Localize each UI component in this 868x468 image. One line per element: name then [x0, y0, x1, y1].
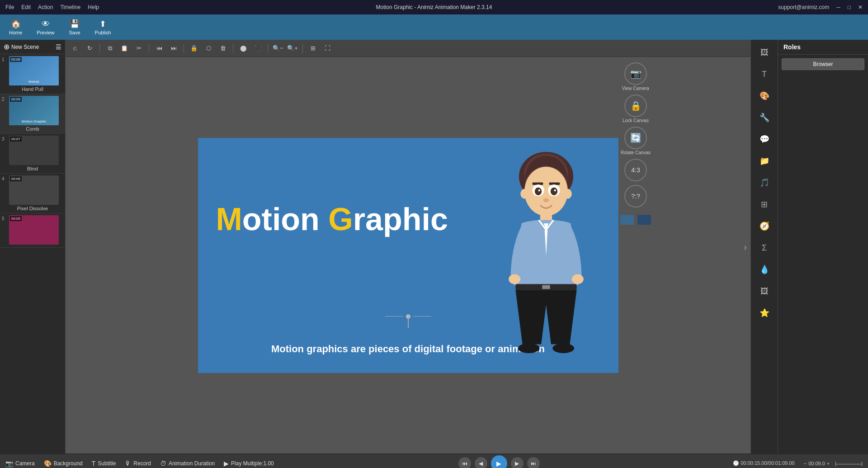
preview-small-btn[interactable]: [620, 215, 634, 225]
scene-label-4: Pixel Dissolve: [2, 206, 63, 211]
svg-point-13: [564, 189, 571, 199]
minimize-btn[interactable]: ─: [836, 4, 840, 10]
svg-point-16: [571, 274, 583, 284]
right-panel: 🖼 T 🎨 🔧 💬 📁 🎵 ⊞ 🧭 Σ 💧 🖼 ⭐: [750, 40, 778, 454]
frame-forward-btn[interactable]: ▶: [511, 457, 524, 468]
main-canvas[interactable]: Motion Graphic Motion graphics are piece…: [198, 138, 618, 373]
zoom-plus-btn[interactable]: +: [827, 461, 830, 466]
title-bar: File Edit Action Timeline Help Motion Gr…: [0, 0, 868, 14]
right-panel-image-btn[interactable]: 🖼: [755, 43, 774, 61]
scene-thumbnail-1: 00:06 Animiz: [9, 56, 59, 85]
animation-duration-tab-btn[interactable]: ⏱ Animation Duration: [160, 460, 215, 467]
subtitle-tab-btn[interactable]: T Subtitle: [92, 460, 116, 467]
svg-point-8: [550, 187, 557, 195]
scene-thumbnail-3: 00:07: [9, 136, 59, 165]
undo-btn[interactable]: ⎌: [69, 43, 81, 54]
roles-header: Roles: [778, 40, 868, 55]
scene-item-1[interactable]: 1 00:06 Animiz Hand Pull: [0, 54, 65, 94]
play-pause-btn[interactable]: ▶: [491, 455, 507, 468]
roles-title: Roles: [783, 43, 801, 51]
svg-point-20: [552, 343, 574, 353]
new-scene-button[interactable]: ⊕ New Scene: [4, 43, 39, 51]
view-camera-ctrl[interactable]: 📷 View Camera: [622, 62, 649, 91]
skip-forward-btn[interactable]: ⏭: [527, 457, 540, 468]
svg-point-7: [534, 187, 541, 195]
fullscreen-btn[interactable]: ⛶: [321, 43, 333, 54]
right-panel-grid-btn[interactable]: ⊞: [755, 195, 774, 213]
scenes-header: ⊕ New Scene ☰: [0, 40, 65, 54]
align-center-btn[interactable]: ⬛: [252, 43, 264, 54]
canvas-area: ⎌ ↻ ⧉ 📋 ✂ ⏮ ⏭ 🔒 ⬡ 🗑 ⬤ ⬛ 🔍− 🔍+ ⊞ ⛶: [66, 40, 750, 454]
align-left-btn[interactable]: ⬤: [237, 43, 249, 54]
paste-btn[interactable]: 📋: [118, 43, 130, 54]
redo-btn[interactable]: ↻: [84, 43, 95, 54]
close-btn[interactable]: ✕: [858, 4, 863, 10]
maximize-btn[interactable]: □: [848, 4, 851, 10]
rotate-canvas-ctrl[interactable]: 🔄 Rotate Canvas: [621, 127, 651, 155]
right-panel-compass-btn[interactable]: 🧭: [755, 217, 774, 235]
cut-btn[interactable]: ✂: [133, 43, 145, 54]
scenes-list-icon[interactable]: ☰: [56, 43, 61, 51]
menu-action[interactable]: Action: [38, 4, 53, 10]
next-frame-btn[interactable]: ⏭: [168, 43, 179, 54]
canvas-title-text: Motion Graphic: [216, 201, 448, 237]
lock-btn[interactable]: 🔒: [188, 43, 200, 54]
scene-item-5[interactable]: 5 00:05: [0, 213, 65, 248]
scene-item-4[interactable]: 4 00:06 Pixel Dissolve: [0, 174, 65, 213]
right-panel-chat-btn[interactable]: 💬: [755, 130, 774, 148]
record-tab-btn[interactable]: 🎙 Record: [125, 460, 151, 467]
preview-btn[interactable]: 👁 Preview: [37, 19, 54, 35]
right-panel-folder-btn[interactable]: 📁: [755, 152, 774, 170]
zoom-minus-btn[interactable]: −: [804, 461, 807, 466]
scene-thumbnail-4: 00:06: [9, 175, 59, 205]
menu-help[interactable]: Help: [88, 4, 99, 10]
right-panel-text-btn[interactable]: T: [755, 65, 774, 83]
scene-item-3[interactable]: 3 00:07 Blind: [0, 134, 65, 174]
save-btn[interactable]: 💾 Save: [69, 19, 80, 35]
svg-point-15: [509, 274, 520, 284]
main-toolbar: 🏠 Home 👁 Preview 💾 Save ⬆ Publish: [0, 14, 868, 40]
preview-small-btn2[interactable]: [637, 215, 651, 225]
home-btn[interactable]: 🏠 Home: [9, 19, 22, 35]
copy-btn[interactable]: ⧉: [104, 43, 116, 54]
main-area: ⊕ New Scene ☰ 1 00:06 Animiz Hand Pull 2…: [0, 40, 868, 454]
background-tab-btn[interactable]: 🎨 Background: [44, 460, 83, 467]
publish-btn[interactable]: ⬆ Publish: [95, 19, 111, 35]
support-email: support@animiz.com: [778, 4, 829, 10]
right-panel-music-btn[interactable]: 🎵: [755, 174, 774, 192]
right-panel-img2-btn[interactable]: 🖼: [755, 282, 774, 300]
lock-canvas-ctrl[interactable]: 🔒 Lock Canvas: [623, 95, 649, 123]
ratio-display[interactable]: 4:3: [624, 159, 647, 181]
prev-frame-btn[interactable]: ⏮: [153, 43, 165, 54]
skip-back-btn[interactable]: ⏮: [458, 457, 471, 468]
svg-point-9: [538, 189, 540, 191]
right-panel-drop-btn[interactable]: 💧: [755, 260, 774, 279]
time-display: 🕐 00:00:15.00/00:01:09.00: [733, 460, 794, 466]
scene-label-3: Blind: [2, 166, 63, 171]
group-btn[interactable]: ⬡: [203, 43, 214, 54]
zoom-slider[interactable]: |—————|: [835, 461, 863, 466]
menu-timeline[interactable]: Timeline: [60, 4, 80, 10]
right-panel-tools-btn[interactable]: 🔧: [755, 109, 774, 127]
svg-point-10: [554, 189, 556, 191]
fit-screen-btn[interactable]: ⊞: [307, 43, 319, 54]
zoom-out-btn[interactable]: 🔍−: [272, 43, 284, 54]
playback-controls: ⏮ ◀ ▶ ▶ ⏭: [458, 455, 540, 468]
svg-rect-18: [542, 285, 550, 289]
scene-label-1: Hand Pull: [2, 86, 63, 92]
right-panel-paint-btn[interactable]: 🎨: [755, 87, 774, 105]
scene-item-2[interactable]: 2 00:09 Motion Graphic Comb: [0, 94, 65, 134]
zoom-in-btn[interactable]: 🔍+: [287, 43, 298, 54]
delete-btn[interactable]: 🗑: [217, 43, 229, 54]
right-panel-sigma-btn[interactable]: Σ: [755, 239, 774, 257]
browser-button[interactable]: Browser: [782, 58, 864, 70]
ratio-help-display[interactable]: ?:?: [624, 185, 647, 208]
frame-back-btn[interactable]: ◀: [475, 457, 487, 468]
menu-edit[interactable]: Edit: [21, 4, 31, 10]
right-panel-star-btn[interactable]: ⭐: [755, 304, 774, 322]
camera-tab-btn[interactable]: 📷 Camera: [5, 460, 35, 467]
expand-canvas-btn[interactable]: ›: [744, 241, 747, 252]
play-multiple-display[interactable]: ▶ Play Multiple:1.00: [224, 460, 274, 467]
menu-file[interactable]: File: [5, 4, 14, 10]
scene-label-2: Comb: [2, 126, 63, 132]
